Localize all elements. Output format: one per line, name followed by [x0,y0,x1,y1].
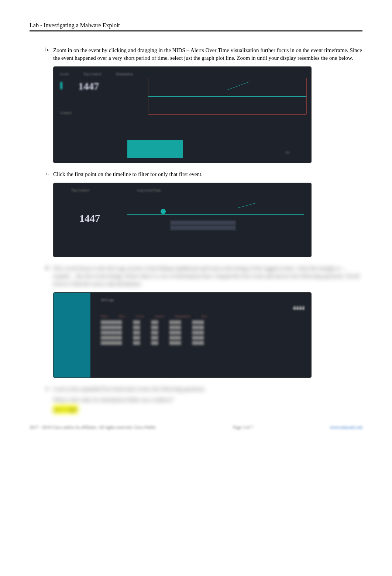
list-item: c. Click the first point on the timeline… [30,170,362,178]
stat-number: 1447 [78,80,99,92]
panel-label: Control [60,111,72,115]
list-text-e: Look at the expanded first listed alert … [53,385,362,393]
list-item: e. Look at the expanded first listed ale… [30,385,362,414]
section-label: All Logs [101,298,305,302]
list-marker-e: e. [44,385,53,414]
panel-label: 19 [285,151,289,155]
table-row: █████████████████████████ [101,320,305,324]
answer-highlight: put it right [53,405,78,414]
table-row: █████████████████████████ [101,325,305,329]
list-item: b. Zoom in on the event by clicking and … [30,46,362,62]
chart-area [148,78,307,115]
teal-bar [127,140,183,158]
list-text-d: Now scroll down to the All Logs section … [53,265,362,288]
panel-label: Destination [116,72,133,76]
tooltip-box [170,220,236,231]
question-text: What is the value for destination fields… [53,396,362,404]
sidebar [54,293,90,377]
list-marker-c: c. [44,170,53,178]
panel-label: Level [60,72,69,76]
panel-label: Top Control [71,188,89,192]
panel-label: Log Level/Type [137,188,161,192]
footer-page-number: Page 3 of 7 [233,425,253,430]
footer-link: www.netacad.com [330,425,362,430]
list-text-b: Zoom in on the event by clicking and dra… [53,46,362,62]
list-item: d. Now scroll down to the All Logs secti… [30,265,362,288]
data-point-icon [161,209,166,214]
panel-label: Top Control [83,72,101,76]
list-marker-b: b. [44,46,53,62]
table-row: █████████████████████████ [101,341,305,345]
page-title: Lab - Investigating a Malware Exploit [30,22,362,29]
footer-copyright: 2017 - 2019 Cisco and/or its affiliates.… [30,425,156,430]
page-footer: 2017 - 2019 Cisco and/or its affiliates.… [30,425,362,430]
table-header: Time Host Level Source Destination Port [101,314,305,318]
count: 4444 [101,305,305,311]
header-divider [30,30,362,32]
table-row: █████████████████████████ [101,331,305,334]
table-row: █████████████████████████ [101,336,305,339]
list-text-c: Click the first point on the timeline to… [53,170,362,178]
list-marker-d: d. [44,265,53,288]
screenshot-1: Level Top Control Destination 1447 Contr… [53,66,312,163]
screenshot-3: All Logs 4444 Time Host Level Source Des… [53,292,312,378]
stat-number: 1447 [79,213,100,224]
screenshot-2: Top Control Log Level/Type 1447 [53,183,312,257]
